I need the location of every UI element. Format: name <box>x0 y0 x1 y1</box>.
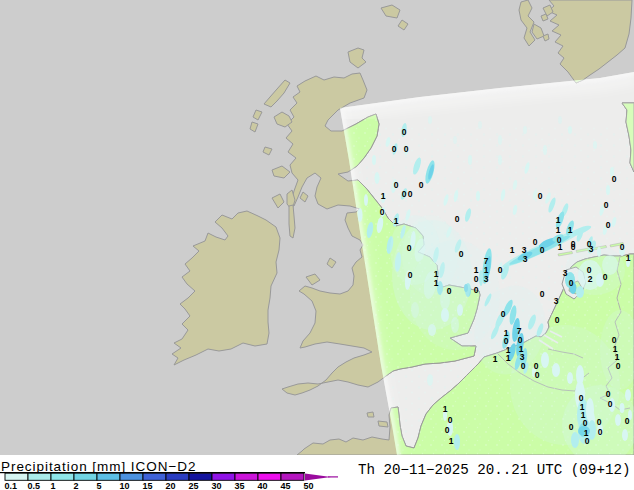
svg-text:2: 2 <box>588 274 593 284</box>
svg-text:3: 3 <box>563 268 568 278</box>
svg-text:40: 40 <box>258 481 268 490</box>
svg-text:0: 0 <box>408 270 413 280</box>
svg-text:1: 1 <box>449 436 454 446</box>
svg-text:0: 0 <box>408 189 413 199</box>
svg-text:35: 35 <box>235 481 245 490</box>
svg-text:20: 20 <box>166 481 176 490</box>
svg-text:0: 0 <box>407 243 412 253</box>
svg-text:0: 0 <box>419 180 424 190</box>
svg-text:50: 50 <box>304 481 314 490</box>
svg-text:1: 1 <box>394 216 399 226</box>
svg-text:1: 1 <box>381 191 386 201</box>
svg-text:3: 3 <box>523 254 528 264</box>
svg-text:Precipitation [mm] ICON−D2: Precipitation [mm] ICON−D2 <box>1 459 196 474</box>
svg-text:1: 1 <box>434 278 439 288</box>
svg-text:0: 0 <box>501 309 506 319</box>
svg-text:1: 1 <box>626 253 631 263</box>
svg-text:0: 0 <box>392 144 397 154</box>
svg-text:0: 0 <box>557 235 562 245</box>
svg-text:0: 0 <box>598 427 603 437</box>
svg-text:1: 1 <box>510 245 515 255</box>
svg-text:3: 3 <box>554 296 559 306</box>
svg-text:0: 0 <box>606 220 611 230</box>
svg-text:0: 0 <box>404 144 409 154</box>
svg-text:1: 1 <box>568 225 573 235</box>
svg-text:0: 0 <box>625 416 630 426</box>
svg-text:0: 0 <box>540 289 545 299</box>
svg-text:0: 0 <box>606 389 611 399</box>
svg-text:0: 0 <box>445 425 450 435</box>
svg-text:0: 0 <box>616 361 621 371</box>
svg-text:0: 0 <box>455 214 460 224</box>
svg-text:1: 1 <box>506 353 511 363</box>
svg-text:25: 25 <box>189 481 199 490</box>
svg-text:0: 0 <box>571 242 576 252</box>
svg-text:0: 0 <box>587 265 592 275</box>
svg-text:1: 1 <box>493 354 498 364</box>
svg-text:0: 0 <box>597 417 602 427</box>
svg-text:0: 0 <box>533 237 538 247</box>
svg-text:1: 1 <box>443 404 448 414</box>
svg-text:15: 15 <box>143 481 153 490</box>
svg-text:0: 0 <box>540 245 545 255</box>
svg-text:1: 1 <box>556 215 561 225</box>
svg-text:0.1: 0.1 <box>5 481 18 490</box>
svg-text:Th 20−11−2025 20..21 UTC (09+1: Th 20−11−2025 20..21 UTC (09+12) <box>358 462 630 478</box>
svg-text:0: 0 <box>538 191 543 201</box>
svg-text:0: 0 <box>498 265 503 275</box>
svg-text:0: 0 <box>608 399 613 409</box>
svg-text:0: 0 <box>474 285 479 295</box>
svg-text:0: 0 <box>447 286 452 296</box>
svg-text:0: 0 <box>474 274 479 284</box>
svg-text:0: 0 <box>394 180 399 190</box>
svg-text:0: 0 <box>459 249 464 259</box>
svg-text:0: 0 <box>569 422 574 432</box>
svg-text:0.5: 0.5 <box>28 481 41 490</box>
svg-text:0: 0 <box>569 278 574 288</box>
svg-text:30: 30 <box>212 481 222 490</box>
svg-text:0: 0 <box>612 174 617 184</box>
svg-text:0: 0 <box>448 415 453 425</box>
svg-text:0: 0 <box>585 436 590 446</box>
svg-text:0: 0 <box>620 242 625 252</box>
svg-text:0: 0 <box>583 418 588 428</box>
svg-text:0: 0 <box>603 272 608 282</box>
svg-text:1: 1 <box>51 481 56 490</box>
svg-text:2: 2 <box>74 481 79 490</box>
svg-text:10: 10 <box>120 481 130 490</box>
svg-text:0: 0 <box>402 189 407 199</box>
svg-text:3: 3 <box>589 244 594 254</box>
svg-text:3: 3 <box>484 274 489 284</box>
svg-text:0: 0 <box>521 361 526 371</box>
svg-text:1: 1 <box>556 225 561 235</box>
svg-text:0: 0 <box>535 370 540 380</box>
svg-text:0: 0 <box>555 315 560 325</box>
svg-text:0: 0 <box>402 127 407 137</box>
svg-text:0: 0 <box>380 207 385 217</box>
svg-text:0: 0 <box>604 200 609 210</box>
svg-text:5: 5 <box>97 481 102 490</box>
svg-text:45: 45 <box>281 481 291 490</box>
